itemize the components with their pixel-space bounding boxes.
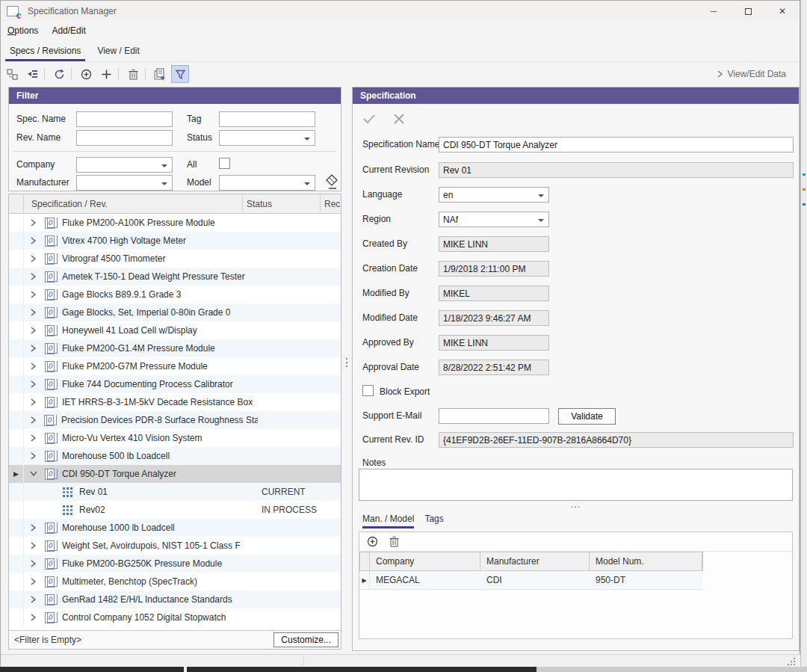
- add-circle-icon[interactable]: [77, 65, 95, 83]
- maximize-button[interactable]: [731, 1, 765, 22]
- all-checkbox[interactable]: [219, 158, 230, 169]
- status-bar-divider: [303, 656, 304, 666]
- add-row-icon[interactable]: [363, 533, 381, 551]
- chevron-right-icon[interactable]: [31, 237, 38, 244]
- cancel-x-icon[interactable]: [390, 110, 408, 128]
- table-row[interactable]: ▶ Vitrex 4700 High Voltage Meter: [9, 232, 341, 250]
- chevron-right-icon[interactable]: [31, 345, 38, 352]
- chevron-right-icon[interactable]: [31, 398, 38, 406]
- minimize-button[interactable]: ─: [696, 1, 731, 22]
- spec-label: IET HRRS-B-3-1M-5kV Decade Resistance Bo…: [62, 397, 253, 407]
- tree-header-status[interactable]: Status: [243, 194, 321, 213]
- table-row[interactable]: ▶ Control Company 1052 Digital Stopwatch: [9, 608, 341, 626]
- customize-button[interactable]: Customize...: [273, 632, 338, 647]
- chevron-right-icon[interactable]: [31, 452, 38, 460]
- chevron-right-icon[interactable]: [31, 578, 38, 585]
- notes-textarea[interactable]: [359, 469, 793, 501]
- spec-label: Precision Devices PDR-8 Surface Roughnes…: [61, 415, 258, 425]
- chevron-right-icon[interactable]: [31, 309, 38, 316]
- tab-tags[interactable]: Tags: [424, 514, 443, 528]
- chevron-right-icon[interactable]: [31, 219, 38, 226]
- copy-list-icon[interactable]: [151, 65, 169, 83]
- table-row[interactable]: ▶ GenRad 1482 E/H/L Inductance Standards: [9, 591, 341, 608]
- spec-doc-icon: [45, 558, 55, 570]
- tab-view-edit[interactable]: View / Edit: [90, 41, 146, 61]
- table-row[interactable]: ▶ Fluke PM200-G1.4M Pressure Module: [9, 339, 341, 357]
- chevron-right-icon[interactable]: [31, 560, 38, 567]
- chevron-right-icon[interactable]: [31, 380, 38, 388]
- tag-input[interactable]: [219, 111, 315, 127]
- table-row[interactable]: ▶ Morehouse 500 lb Loadcell: [9, 447, 341, 465]
- table-row[interactable]: ▶ Precision Devices PDR-8 Surface Roughn…: [9, 411, 341, 429]
- chevron-right-icon[interactable]: [31, 470, 38, 478]
- spec-name-field[interactable]: [439, 137, 794, 152]
- table-row[interactable]: ▶ Fluke 744 Documenting Process Calibrat…: [9, 375, 341, 393]
- table-row-revision[interactable]: ▶ Rev02 IN PROCESS: [9, 501, 341, 519]
- table-row[interactable]: ▶ Morehouse 1000 lb Loadcell: [9, 519, 341, 537]
- tab-man-model[interactable]: Man. / Model: [362, 514, 414, 528]
- chevron-right-icon[interactable]: [31, 255, 38, 262]
- table-row[interactable]: ▶ CDI 950-DT Torque Analyzer: [9, 465, 341, 483]
- table-row[interactable]: ▶ Weight Set, Avoirdupois, NIST 105-1 Cl…: [9, 537, 341, 555]
- resize-grip[interactable]: [787, 658, 795, 666]
- plus-icon[interactable]: [97, 65, 115, 83]
- indent-list-icon[interactable]: [23, 65, 41, 83]
- chevron-right-icon[interactable]: [31, 434, 38, 442]
- table-row[interactable]: ▶ Multimeter, Benchtop (SpecTrack): [9, 573, 341, 591]
- table-row[interactable]: ▶ IET HRRS-B-3-1M-5kV Decade Resistance …: [9, 393, 341, 411]
- block-export-checkbox[interactable]: [362, 385, 374, 396]
- trash-icon[interactable]: [124, 65, 142, 83]
- clear-filter-eraser-icon[interactable]: [324, 173, 339, 190]
- tab-specs-revisions[interactable]: Specs / Revisions: [2, 41, 88, 61]
- hierarchy-icon[interactable]: [3, 65, 21, 83]
- menu-add-edit[interactable]: Add/Edit: [45, 23, 92, 38]
- region-dropdown[interactable]: NAf: [439, 212, 549, 227]
- validate-button[interactable]: Validate: [558, 408, 616, 425]
- accept-check-icon[interactable]: [360, 110, 378, 128]
- table-row[interactable]: ▶ Fluke PM200-A100K Pressure Module: [9, 214, 341, 232]
- chevron-right-icon[interactable]: [31, 273, 38, 280]
- status-dropdown[interactable]: [219, 130, 315, 146]
- table-row[interactable]: ▶ Gage Blocks B89.9.1 Grade 3: [9, 286, 341, 303]
- table-row-revision[interactable]: ▶ Rev 01 CURRENT: [9, 483, 341, 501]
- filter-icon[interactable]: [171, 65, 189, 83]
- chevron-right-icon[interactable]: [31, 614, 38, 621]
- table-row[interactable]: ▶ Fluke PM200-G7M Pressure Module: [9, 357, 341, 375]
- view-edit-data-link[interactable]: View/Edit Data: [717, 63, 787, 85]
- col-model-num[interactable]: Model Num.: [590, 552, 702, 570]
- app-icon: [7, 6, 19, 16]
- panel-splitter[interactable]: [344, 358, 349, 373]
- chevron-right-icon[interactable]: [31, 327, 38, 334]
- menu-options[interactable]: Options: [1, 23, 45, 38]
- refresh-icon[interactable]: [50, 65, 68, 83]
- spec-name-input[interactable]: [76, 111, 173, 127]
- table-row[interactable]: ▶ Gage Blocks, Set, Imperial 0-80in Grad…: [9, 303, 341, 321]
- chevron-right-icon[interactable]: [31, 596, 38, 603]
- toolbar: View/Edit Data: [1, 63, 800, 85]
- language-dropdown[interactable]: en: [439, 187, 549, 203]
- man-model-row[interactable]: ▶ MEGACAL CDI 950-DT: [359, 571, 703, 590]
- delete-row-icon[interactable]: [385, 533, 403, 551]
- col-company[interactable]: Company: [370, 552, 480, 570]
- chevron-right-icon[interactable]: [31, 363, 38, 370]
- table-row[interactable]: ▶ Fluke PM200-BG250K Pressure Module: [9, 555, 341, 573]
- current-rev-id-field: [439, 432, 794, 448]
- close-button[interactable]: ✕: [765, 1, 800, 22]
- model-dropdown[interactable]: [219, 175, 315, 191]
- table-row[interactable]: ▶ Ametek T-150-1 Dead Weight Pressure Te…: [9, 268, 341, 286]
- support-email-input[interactable]: [439, 408, 549, 424]
- chevron-right-icon[interactable]: [31, 291, 38, 298]
- chevron-right-icon[interactable]: [31, 542, 38, 549]
- col-manufacturer[interactable]: Manufacturer: [480, 552, 590, 570]
- company-dropdown[interactable]: [76, 157, 173, 173]
- chevron-right-icon[interactable]: [31, 416, 37, 424]
- collapse-handle[interactable]: ...: [353, 499, 799, 510]
- manufacturer-dropdown[interactable]: [76, 175, 173, 191]
- tree-header-rec[interactable]: Rec: [321, 199, 341, 209]
- chevron-right-icon[interactable]: [31, 524, 38, 531]
- rev-name-input[interactable]: [76, 130, 173, 146]
- table-row[interactable]: ▶ Honeywell 41 Load Cell w/Display: [9, 321, 341, 339]
- table-row[interactable]: ▶ Micro-Vu Vertex 410 Vision System: [9, 429, 341, 447]
- tree-header-name[interactable]: Specification / Rev.: [24, 194, 243, 213]
- table-row[interactable]: ▶ Vibrograf 4500 Timometer: [9, 250, 341, 268]
